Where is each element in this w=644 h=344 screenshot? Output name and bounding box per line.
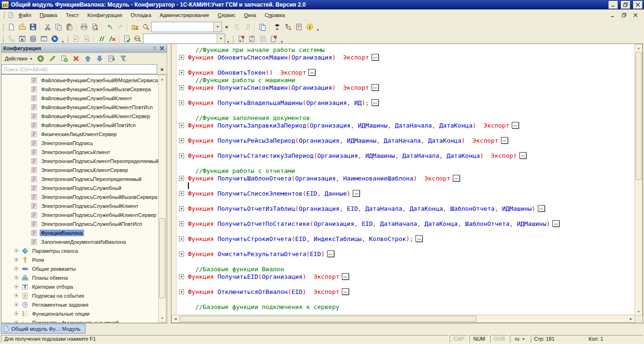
tree-item-category[interactable]: Общие реквизиты bbox=[1, 264, 159, 273]
code-line[interactable]: //Функции заполнения документов bbox=[177, 114, 635, 121]
scroll-down-icon[interactable]: ▼ bbox=[635, 308, 642, 315]
collapsed-code-box[interactable]: … bbox=[501, 137, 508, 144]
editor-horizontal-scrollbar[interactable]: ◀ ▶ bbox=[171, 315, 635, 323]
tree-item-module[interactable]: ФайловыеФункцииСлужебныйВызовСервера bbox=[1, 85, 159, 94]
format-document-alt-button[interactable]: A bbox=[81, 34, 92, 44]
code-line[interactable] bbox=[177, 182, 635, 189]
code-line[interactable]: Функция ПолучитьРейсыЗаПериод(Организаци… bbox=[177, 137, 635, 144]
tree-item-module[interactable]: ЭлектроннаяПодписьСлужебныйВызовСервера bbox=[1, 192, 159, 201]
collapse-toggle-icon[interactable] bbox=[179, 123, 184, 128]
code-line[interactable]: Функция ПолучитьСписокМашин(Организация)… bbox=[177, 84, 635, 91]
tree-item-category[interactable]: Параметры сеанса bbox=[1, 246, 159, 255]
tree-item-module[interactable]: ФайловыеФункцииСлужебныйКлиентСервер bbox=[1, 112, 159, 120]
scroll-up-icon[interactable]: ▲ bbox=[159, 76, 166, 83]
clear-search-icon[interactable]: × bbox=[222, 22, 231, 32]
code-line[interactable]: Функция ОтключитьсяОтВиалон(EID) Экспорт… bbox=[177, 288, 635, 295]
code-line[interactable] bbox=[177, 129, 635, 137]
tree-item-category[interactable]: Планы обмена bbox=[1, 273, 159, 282]
scroll-right-icon[interactable]: ▶ bbox=[627, 315, 635, 322]
scroll-left-icon[interactable]: ◀ bbox=[172, 315, 179, 322]
tree-item-module[interactable]: ЭлектроннаяПодпись bbox=[1, 138, 159, 147]
tree-item-module[interactable]: ЭлектроннаяПодписьПереопределяемый bbox=[1, 174, 159, 183]
toolbar-grip[interactable] bbox=[232, 35, 235, 43]
constructor-question-button[interactable]: ? bbox=[246, 34, 257, 44]
filter-button[interactable] bbox=[118, 54, 128, 63]
search-combobox[interactable]: ▼ bbox=[151, 22, 222, 32]
procedures-functions-button[interactable]: PROC bbox=[132, 34, 143, 44]
code-line[interactable]: Функция ПолучитьШаблонОтчета(Организация… bbox=[177, 174, 635, 182]
tree-item-module[interactable]: ЭлектроннаяПодписьКлиентПереопределяемый bbox=[1, 156, 159, 165]
collapsed-code-box[interactable]: … bbox=[372, 54, 379, 60]
collapse-toggle-icon[interactable] bbox=[179, 289, 184, 294]
toolbar-grip[interactable] bbox=[67, 35, 69, 43]
procedures-combobox[interactable]: ▼ bbox=[143, 34, 225, 44]
menu-справка[interactable]: Справка bbox=[260, 11, 289, 19]
code-line[interactable]: Функция ПолучитьЗаправкиЗаПериод(Организ… bbox=[177, 121, 635, 129]
tree-item-category[interactable]: Подписки на события bbox=[1, 291, 159, 300]
close-configuration-button[interactable] bbox=[17, 34, 27, 44]
collapsed-code-box[interactable]: … bbox=[372, 99, 379, 106]
info-button[interactable]: i bbox=[304, 22, 315, 32]
expander-plus-icon[interactable] bbox=[14, 293, 19, 298]
toolbar-overflow-icon[interactable]: ▼ bbox=[315, 21, 321, 33]
template-button[interactable] bbox=[293, 22, 304, 32]
collapse-toggle-icon[interactable] bbox=[179, 85, 184, 90]
tree-item-module[interactable]: ЭлектроннаяПодписьСлужебныйКлиент bbox=[1, 201, 159, 210]
expander-plus-icon[interactable] bbox=[14, 257, 19, 262]
code-line[interactable]: Функция ОбновитьСписокМашин(Организация)… bbox=[177, 53, 635, 61]
code-line[interactable] bbox=[177, 227, 635, 235]
code-line[interactable]: Функция ПолучитьСтрокиОтчета(EID, Индекс… bbox=[177, 235, 635, 242]
code-line[interactable] bbox=[177, 91, 635, 99]
interface-button[interactable] bbox=[38, 34, 49, 44]
menubar-grip[interactable] bbox=[3, 11, 6, 19]
tree-item-category[interactable]: Регламентные задания bbox=[1, 300, 159, 309]
collapsed-code-box[interactable]: … bbox=[519, 152, 526, 159]
tree-item-module[interactable]: ФайловыеФункцииСлужебныйПовтИсп bbox=[1, 120, 159, 129]
expander-plus-icon[interactable] bbox=[14, 266, 19, 271]
active-document-icon[interactable] bbox=[8, 12, 14, 18]
tree-item-module[interactable]: ФайловыеФункцииСлужебныйВМоделиСервиса bbox=[1, 76, 159, 85]
mdi-close-icon[interactable] bbox=[633, 12, 638, 18]
tree-item-module[interactable]: ЭлектроннаяПодписьСлужебныйКлиентСервер bbox=[1, 210, 159, 219]
collapse-toggle-icon[interactable] bbox=[179, 70, 184, 75]
toolbar-grip[interactable] bbox=[2, 35, 5, 43]
code-line[interactable] bbox=[177, 295, 635, 303]
collapsed-code-box[interactable]: … bbox=[453, 175, 460, 181]
tree-item-module[interactable]: ФайловыеФункцииСлужебныйКлиентПовтИсп bbox=[1, 103, 159, 112]
collapsed-code-box[interactable]: … bbox=[353, 190, 360, 197]
print-button[interactable] bbox=[78, 22, 89, 32]
collapse-toggle-icon[interactable] bbox=[179, 191, 184, 196]
find-previous-button[interactable] bbox=[242, 22, 253, 32]
code-line[interactable]: Функция ПолучитьВладельцаМашины(Организа… bbox=[177, 99, 635, 106]
menu-текст[interactable]: Текст bbox=[61, 11, 83, 19]
constructor-gray-button[interactable] bbox=[257, 34, 268, 44]
collapse-toggle-icon[interactable] bbox=[179, 236, 184, 241]
pin-icon[interactable] bbox=[152, 46, 157, 51]
code-line[interactable]: //Функции работы с машинами bbox=[177, 76, 635, 84]
database-button[interactable] bbox=[27, 34, 38, 44]
mdi-minimize-icon[interactable] bbox=[610, 12, 616, 18]
collapsed-code-box[interactable]: … bbox=[415, 235, 423, 242]
code-line[interactable]: Функция ОбновитьТокен() Экспорт… bbox=[177, 69, 635, 76]
collapse-toggle-icon[interactable] bbox=[179, 100, 184, 105]
tree-item-module[interactable]: ЭлектроннаяПодписьСлужебный bbox=[1, 183, 159, 192]
code-line[interactable] bbox=[177, 61, 635, 69]
format-document-button[interactable]: A bbox=[70, 34, 81, 44]
code-line[interactable]: //Базовые функции подключения к серверу bbox=[177, 303, 635, 310]
menu-сервис[interactable]: Сервис bbox=[213, 11, 240, 19]
code-line[interactable] bbox=[177, 280, 635, 288]
collapse-toggle-icon[interactable] bbox=[179, 153, 184, 158]
collapsed-code-box[interactable]: … bbox=[538, 205, 545, 212]
remove-comment-button[interactable] bbox=[107, 34, 118, 44]
code-area[interactable]: //Функции при начале работы системыФункц… bbox=[177, 44, 635, 316]
collapsed-code-box[interactable]: … bbox=[342, 288, 349, 295]
tree-item-category[interactable]: Функциональные опции bbox=[1, 309, 159, 318]
tree-item-module[interactable]: ЭлектроннаяПодписьКлиентСервер bbox=[1, 165, 159, 174]
menu-правка[interactable]: Правка bbox=[35, 11, 61, 19]
check-module-button[interactable] bbox=[121, 34, 132, 44]
menu-окна[interactable]: Окна bbox=[240, 11, 261, 19]
syntax-check-button[interactable] bbox=[271, 22, 282, 32]
expander-plus-icon[interactable] bbox=[14, 320, 19, 323]
print-preview-button[interactable] bbox=[89, 22, 100, 32]
cut-button[interactable] bbox=[42, 22, 53, 32]
